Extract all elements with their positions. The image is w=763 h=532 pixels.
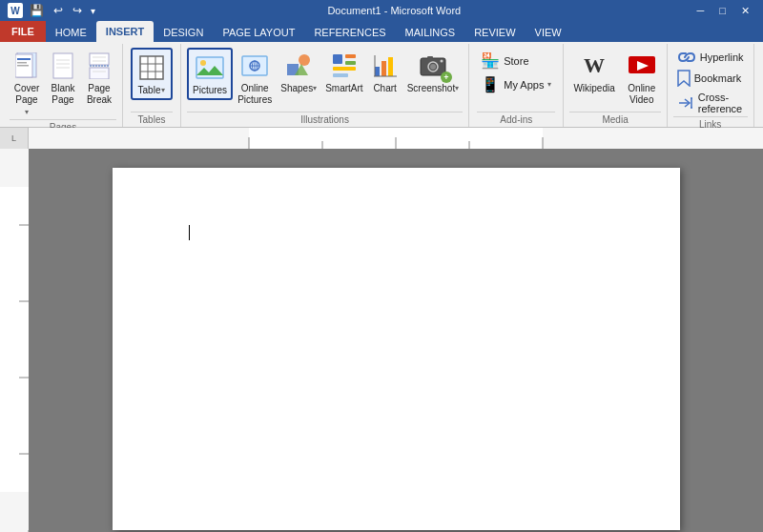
hyperlink-label: Hyperlink (700, 51, 744, 63)
text-cursor (189, 225, 190, 240)
svg-point-28 (299, 54, 310, 66)
tab-references[interactable]: REFERENCES (304, 23, 395, 42)
blank-page-btn[interactable]: BlankPage (46, 48, 80, 109)
ribbon-group-tables: Table ▾ Tables (123, 44, 181, 127)
screenshot-label: Screenshot (407, 83, 456, 93)
cross-reference-btn[interactable]: Cross-reference (673, 90, 748, 116)
media-group-label: Media (569, 112, 660, 127)
pictures-label: Pictures (193, 85, 227, 95)
ribbon-tabs: FILE HOME INSERT DESIGN PAGE LAYOUT REFE… (0, 21, 763, 42)
cover-page-btn[interactable]: CoverPage ▾ (10, 48, 44, 119)
tab-view[interactable]: VIEW (526, 23, 571, 42)
shapes-label: Shapes (280, 83, 313, 93)
my-apps-btn[interactable]: 📱 My Apps ▾ (477, 73, 555, 95)
svg-rect-3 (17, 62, 27, 64)
document-page[interactable] (113, 168, 680, 530)
svg-rect-34 (333, 73, 348, 77)
svg-rect-32 (345, 61, 356, 65)
ruler-area: L (0, 128, 763, 149)
online-video-btn[interactable]: OnlineVideo (623, 48, 661, 109)
cover-page-label: CoverPage (14, 83, 40, 106)
online-video-label: OnlineVideo (628, 83, 655, 106)
tab-design[interactable]: DESIGN (154, 23, 213, 42)
blank-page-label: BlankPage (51, 83, 74, 106)
ribbon-group-pages: CoverPage ▾ BlankPage (4, 44, 123, 127)
svg-rect-30 (333, 54, 342, 64)
svg-rect-2 (17, 58, 31, 60)
close-btn[interactable]: ✕ (735, 5, 755, 17)
svg-rect-15 (140, 56, 163, 79)
bookmark-btn[interactable]: Bookmark (673, 68, 748, 89)
ribbon-group-media: W Wikipedia OnlineVideo Media (564, 44, 667, 127)
screenshot-btn[interactable]: + Screenshot ▾ (403, 48, 464, 96)
restore-btn[interactable]: □ (713, 5, 732, 16)
svg-rect-31 (345, 54, 356, 58)
svg-rect-36 (382, 61, 386, 76)
tab-home[interactable]: HOME (46, 23, 96, 42)
cross-reference-label: Cross-reference (698, 92, 742, 114)
my-apps-label: My Apps (504, 79, 544, 91)
online-pictures-btn[interactable]: OnlinePictures (234, 48, 276, 109)
wikipedia-btn[interactable]: W Wikipedia (569, 48, 618, 96)
table-label: Table (138, 85, 161, 95)
shapes-btn[interactable]: Shapes ▾ (277, 48, 320, 96)
tab-file[interactable]: FILE (0, 21, 46, 42)
redo-quick-btn[interactable]: ↪ (70, 4, 85, 17)
title-bar-title: Document1 - Microsoft Word (101, 5, 688, 16)
svg-point-44 (440, 60, 443, 63)
minimize-btn[interactable]: ─ (691, 5, 711, 16)
customize-quick-btn[interactable]: ▾ (89, 6, 97, 16)
smartart-label: SmartArt (325, 83, 362, 93)
table-btn[interactable]: Table ▾ (131, 48, 173, 100)
page-break-btn[interactable]: PageBreak (82, 48, 116, 109)
ribbon: CoverPage ▾ BlankPage (0, 42, 763, 128)
svg-marker-47 (678, 71, 690, 86)
main-area (0, 149, 763, 532)
save-quick-btn[interactable]: 💾 (27, 4, 47, 17)
svg-rect-35 (375, 67, 380, 76)
store-label: Store (504, 55, 528, 67)
vertical-ruler (0, 149, 29, 532)
bookmark-label: Bookmark (694, 72, 742, 84)
illustrations-group-label: Illustrations (187, 112, 463, 127)
horizontal-ruler (29, 128, 763, 149)
addins-group-label: Add-ins (477, 112, 555, 127)
ribbon-group-links: Hyperlink Bookmark Cross-reference Lin (668, 44, 754, 127)
online-pictures-label: OnlinePictures (237, 83, 272, 106)
hyperlink-btn[interactable]: Hyperlink (673, 48, 748, 67)
svg-rect-4 (17, 65, 29, 67)
svg-point-21 (200, 60, 206, 66)
document-area[interactable] (29, 149, 763, 532)
svg-rect-33 (333, 67, 356, 71)
svg-rect-43 (427, 56, 433, 59)
undo-quick-btn[interactable]: ↩ (51, 4, 66, 17)
pictures-btn[interactable]: Pictures (187, 48, 233, 100)
svg-rect-5 (53, 53, 72, 78)
svg-rect-60 (0, 187, 29, 492)
chart-btn[interactable]: Chart (368, 48, 402, 96)
ribbon-group-addins: 🏪 Store 📱 My Apps ▾ Add-ins (469, 44, 564, 127)
ruler-corner: L (0, 128, 29, 149)
tab-mailings[interactable]: MAILINGS (396, 23, 465, 42)
tab-page-layout[interactable]: PAGE LAYOUT (213, 23, 304, 42)
svg-rect-13 (90, 68, 109, 79)
chart-label: Chart (373, 83, 396, 93)
wikipedia-label: Wikipedia (573, 83, 614, 93)
tab-insert[interactable]: INSERT (96, 21, 154, 42)
tab-review[interactable]: REVIEW (464, 23, 525, 42)
tables-group-label: Tables (131, 112, 173, 127)
page-break-label: PageBreak (87, 83, 112, 106)
store-btn[interactable]: 🏪 Store (477, 50, 555, 72)
smartart-btn[interactable]: SmartArt (321, 48, 366, 96)
svg-rect-37 (388, 57, 393, 76)
ribbon-group-illustrations: Pictures OnlinePictures (181, 44, 469, 127)
svg-rect-9 (90, 53, 109, 65)
word-icon: W (8, 3, 23, 18)
svg-point-42 (430, 64, 436, 70)
